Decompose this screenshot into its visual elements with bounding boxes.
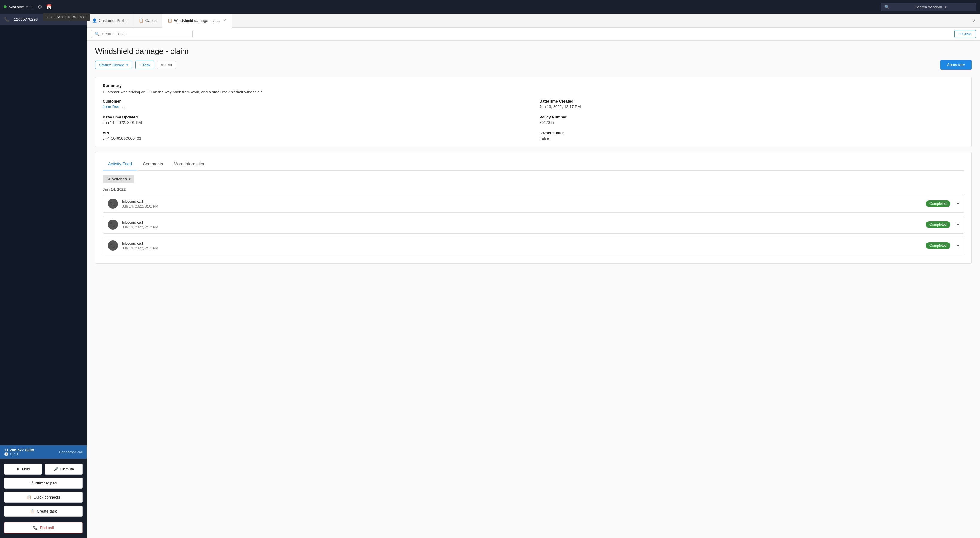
fault-label: Owner's fault — [539, 131, 964, 135]
customer-link[interactable]: John Doe — [103, 105, 119, 109]
task-button[interactable]: + Task — [135, 61, 154, 69]
case-title: Windshield damage - claim — [95, 47, 972, 56]
createtask-label: Create task — [37, 509, 57, 514]
add-icon[interactable]: + — [31, 4, 33, 10]
tab-more-info[interactable]: More Information — [169, 158, 211, 170]
createtask-icon: 📋 — [30, 509, 35, 514]
schedule-tooltip-box: Open Schedule Manager — [43, 13, 90, 21]
status-chevron-icon: ▾ — [126, 63, 128, 67]
numberpad-label: Number pad — [35, 481, 57, 486]
activity-tabs: Activity Feed Comments More Information — [103, 158, 964, 171]
more-info-label: More Information — [174, 162, 205, 166]
call-number-text: +12065778298 — [12, 17, 38, 22]
summary-text: Customer was driving on i90 on the way b… — [103, 90, 964, 94]
call-connected-label: Connected call — [59, 450, 83, 454]
hold-button[interactable]: ⏸ Hold — [4, 463, 42, 475]
endcall-button[interactable]: 📞 End call — [4, 522, 83, 533]
activity-info-1: Inbound call Jun 14, 2022, 2:12 PM — [122, 220, 922, 229]
vin-value: JH4KA4650JC000403 — [103, 136, 528, 141]
endcall-label: End call — [40, 525, 54, 530]
share-icon[interactable]: ↗ — [972, 18, 976, 23]
top-bar-actions: + ⚙ 📅 Open Schedule Manager — [31, 4, 52, 10]
search-cases-placeholder: Search Cases — [102, 32, 127, 36]
hold-icon: ⏸ — [16, 467, 20, 471]
activity-icon-2: 📞 — [108, 240, 118, 251]
tab-windshield[interactable]: 📋 Windshield damage - cla... ✕ — [162, 14, 232, 27]
add-case-button[interactable]: + Case — [954, 30, 976, 38]
activity-expand-1[interactable]: ▾ — [957, 222, 959, 227]
date-updated-field: Date/Time Updated Jun 14, 2022, 8:01 PM — [103, 115, 528, 125]
associate-button[interactable]: Associate — [940, 60, 972, 70]
settings-icon[interactable]: ⚙ — [38, 4, 42, 10]
activity-section: Activity Feed Comments More Information … — [95, 152, 972, 264]
top-bar: Available ▾ + ⚙ 📅 Open Schedule Manager … — [0, 0, 980, 14]
status-button[interactable]: Status: Closed ▾ — [95, 61, 132, 69]
search-cases-input[interactable]: 🔍 Search Cases — [91, 30, 193, 38]
wisdom-chevron-icon: ▾ — [945, 5, 972, 9]
date-created-field: Date/Time Created Jun 13, 2022, 12:17 PM — [539, 99, 964, 109]
agent-status-dropdown[interactable]: Available ▾ — [3, 5, 28, 9]
top-bar-left: Available ▾ + ⚙ 📅 Open Schedule Manager — [3, 4, 878, 10]
left-sidebar: 📞 +12065778298 🕐 01:10 +1 206-577-8298 🕐… — [0, 14, 87, 538]
customer-field: Customer John Doe ... — [103, 99, 528, 109]
activity-filter-chevron-icon: ▾ — [129, 177, 131, 181]
call-number-display: 📞 +12065778298 — [4, 17, 38, 22]
main-layout: 📞 +12065778298 🕐 01:10 +1 206-577-8298 🕐… — [0, 14, 980, 538]
toolbar-right: + Case — [954, 30, 976, 38]
date-created-label: Date/Time Created — [539, 99, 964, 103]
schedule-tooltip-container: 📅 Open Schedule Manager — [46, 4, 52, 10]
tab-cases-icon: 📋 — [139, 18, 144, 23]
hold-unmute-row: ⏸ Hold 🎤 Unmute — [4, 463, 83, 475]
activity-info-2: Inbound call Jun 14, 2022, 2:11 PM — [122, 241, 922, 250]
schedule-icon[interactable]: 📅 — [46, 5, 52, 10]
unmute-button[interactable]: 🎤 Unmute — [45, 463, 83, 475]
associate-label: Associate — [947, 62, 965, 67]
right-panel: 👤 Customer Profile 📋 Cases 📋 Windshield … — [87, 14, 980, 538]
tab-customer-profile-label: Customer Profile — [99, 18, 128, 23]
date-created-value: Jun 13, 2022, 12:17 PM — [539, 105, 964, 109]
tab-customer-profile-icon: 👤 — [92, 18, 97, 23]
activity-title-2: Inbound call — [122, 241, 922, 246]
quickconnects-button[interactable]: 📋 Quick connects — [4, 492, 83, 503]
wisdom-search-icon: 🔍 — [885, 5, 912, 9]
createtask-button[interactable]: 📋 Create task — [4, 506, 83, 517]
policy-value: 7017817 — [539, 120, 964, 125]
call-controls: ⏸ Hold 🎤 Unmute ⠿ Number pad 📋 Quick con… — [0, 459, 87, 538]
call-duration: 🕐 01:10 — [4, 452, 34, 456]
wisdom-search-bar[interactable]: 🔍 Search Wisdom ▾ — [881, 3, 977, 11]
summary-label: Summary — [103, 83, 964, 88]
activity-time-1: Jun 14, 2022, 2:12 PM — [122, 225, 922, 229]
activity-expand-0[interactable]: ▾ — [957, 201, 959, 206]
duration-icon: 🕐 — [4, 452, 9, 456]
unmute-label: Unmute — [60, 467, 74, 471]
vin-label: VIN — [103, 131, 528, 135]
customer-value: John Doe ... — [103, 105, 528, 109]
tab-customer-profile[interactable]: 👤 Customer Profile — [87, 14, 134, 27]
edit-button[interactable]: ✏ Edit — [157, 61, 176, 69]
activity-icon-1: 📞 — [108, 219, 118, 230]
activity-item-2: 📞 Inbound call Jun 14, 2022, 2:11 PM Com… — [103, 236, 964, 254]
case-content: Windshield damage - claim Status: Closed… — [87, 41, 980, 538]
activity-time-0: Jun 14, 2022, 8:01 PM — [122, 204, 922, 208]
tab-windshield-close-icon[interactable]: ✕ — [224, 19, 226, 22]
numberpad-button[interactable]: ⠿ Number pad — [4, 478, 83, 489]
quickconnects-label: Quick connects — [33, 495, 60, 500]
tab-comments[interactable]: Comments — [137, 158, 169, 170]
case-fields: Customer John Doe ... Date/Time Created … — [103, 99, 964, 141]
activity-expand-2[interactable]: ▾ — [957, 243, 959, 248]
vin-field: VIN JH4KA4650JC000403 — [103, 131, 528, 141]
customer-dots: ... — [122, 105, 126, 109]
tab-activity-feed[interactable]: Activity Feed — [103, 158, 137, 170]
numberpad-icon: ⠿ — [30, 481, 33, 486]
fault-value: False — [539, 136, 964, 141]
activity-time-2: Jun 14, 2022, 2:11 PM — [122, 246, 922, 250]
comments-label: Comments — [143, 162, 163, 166]
tab-windshield-icon: 📋 — [167, 18, 172, 23]
activity-filter-button[interactable]: All Activities ▾ — [103, 175, 134, 183]
task-label: + Task — [139, 63, 151, 67]
activity-badge-2: Completed — [926, 242, 950, 249]
tabs-right: ↗ — [972, 18, 980, 23]
policy-label: Policy Number — [539, 115, 964, 119]
activity-info-0: Inbound call Jun 14, 2022, 8:01 PM — [122, 199, 922, 208]
tab-cases[interactable]: 📋 Cases — [134, 14, 162, 27]
